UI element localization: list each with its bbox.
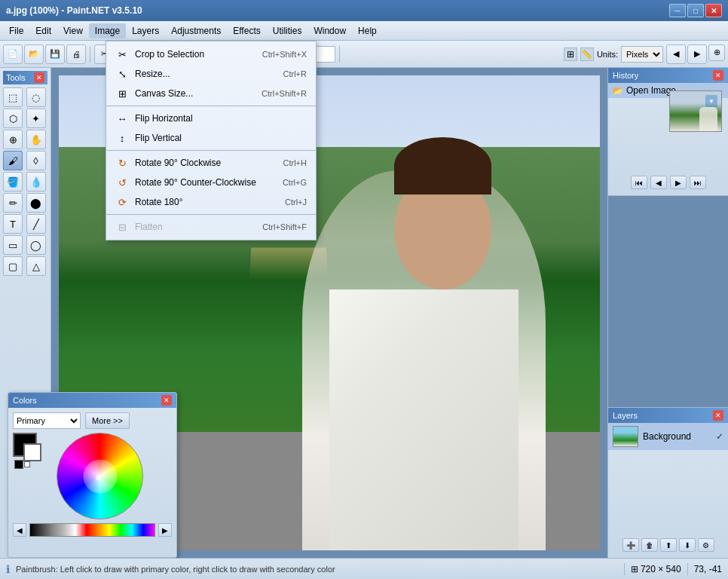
tools-panel-title: Tools ✕: [3, 71, 47, 84]
crop-icon: ✂: [115, 47, 129, 61]
status-dimensions: 720 × 540: [641, 564, 681, 574]
tool-line[interactable]: ╱: [26, 214, 46, 234]
units-select[interactable]: Pixels: [621, 46, 663, 63]
palette-next-btn[interactable]: ▶: [158, 523, 172, 537]
color-wheel-cursor: [96, 476, 100, 480]
palette-prev-btn[interactable]: ◀: [13, 523, 26, 537]
history-thumbnail: ▼: [669, 90, 722, 132]
open-button[interactable]: 📂: [24, 44, 44, 64]
panel-spacer: [608, 196, 728, 407]
tool-rectangle[interactable]: ▭: [3, 235, 23, 255]
history-first-btn[interactable]: ⏮: [631, 176, 647, 189]
nav-forward[interactable]: ▶: [687, 44, 707, 64]
tool-pencil[interactable]: ✏: [3, 193, 23, 213]
maximize-button[interactable]: □: [687, 4, 704, 17]
tool-color-picker[interactable]: 💧: [26, 172, 46, 191]
status-bar: ℹ Paintbrush: Left click to draw with pr…: [0, 558, 728, 579]
history-prev-btn[interactable]: ◀: [650, 176, 667, 189]
tools-close-button[interactable]: ✕: [34, 72, 44, 83]
color-wheel[interactable]: [57, 433, 143, 519]
close-button[interactable]: ✕: [705, 4, 722, 17]
layer-item-background[interactable]: Background ✓: [608, 423, 728, 450]
title-buttons: ─ □ ✕: [669, 4, 722, 17]
tool-zoom[interactable]: ⊕: [3, 130, 23, 149]
history-title-bar: History ✕: [608, 68, 728, 83]
tool-ellipse[interactable]: ◯: [26, 235, 46, 255]
menu-resize[interactable]: ⤡ Resize... Ctrl+R: [106, 64, 316, 84]
tool-clone-stamp[interactable]: ⬤: [26, 193, 46, 213]
minimize-button[interactable]: ─: [669, 4, 686, 17]
new-button[interactable]: 📄: [3, 44, 23, 64]
menu-flip-horizontal[interactable]: ↔ Flip Horizontal: [106, 109, 316, 128]
print-button[interactable]: 🖨: [66, 44, 86, 64]
status-dimensions-group: ⊞ 720 × 540: [631, 564, 681, 574]
layer-name: Background: [643, 431, 711, 442]
dimensions-icon: ⊞: [631, 564, 638, 574]
tool-triangle[interactable]: △: [26, 256, 46, 276]
history-open-icon: 📂: [613, 86, 623, 96]
menu-help[interactable]: Help: [352, 23, 383, 38]
menu-sep-2: [106, 150, 316, 151]
menu-adjustments[interactable]: Adjustments: [165, 23, 227, 38]
tool-ellipse-select[interactable]: ◌: [26, 87, 46, 107]
menu-window[interactable]: Window: [307, 23, 352, 38]
colors-close-button[interactable]: ✕: [161, 395, 172, 406]
color-palette[interactable]: [29, 523, 155, 537]
menu-sep-3: [106, 214, 316, 215]
primary-color-swatch[interactable]: [13, 433, 37, 457]
menu-view[interactable]: View: [57, 23, 89, 38]
nav-dropdown[interactable]: ⊕: [708, 44, 725, 61]
colors-palette-row: ◀ ▶: [13, 523, 172, 537]
layer-move-up-btn[interactable]: ⬆: [660, 538, 677, 552]
layer-move-down-btn[interactable]: ⬇: [679, 538, 696, 552]
colors-title-bar: Colors ✕: [8, 393, 176, 408]
units-label: Units:: [597, 50, 618, 59]
layer-visibility-check[interactable]: ✓: [716, 431, 723, 442]
history-next-btn[interactable]: ▶: [670, 176, 687, 189]
more-colors-button[interactable]: More >>: [85, 412, 130, 429]
menu-image[interactable]: Image: [89, 23, 126, 38]
menu-edit[interactable]: Edit: [29, 23, 57, 38]
layer-add-btn[interactable]: ➕: [622, 538, 639, 552]
reset-primary-btn[interactable]: [14, 460, 23, 469]
menu-flip-vertical[interactable]: ↕ Flip Vertical: [106, 128, 316, 148]
color-type-select[interactable]: Primary Secondary: [13, 412, 81, 429]
layer-properties-btn[interactable]: ⚙: [698, 538, 714, 552]
flip-v-icon: ↕: [115, 131, 129, 145]
colors-main-row: [13, 433, 172, 519]
colors-panel: Colors ✕ Primary Secondary More >>: [8, 392, 177, 558]
title-text: a.jpg (100%) - Paint.NET v3.5.10: [6, 5, 142, 16]
hair: [394, 137, 491, 195]
secondary-color-swatch[interactable]: [23, 443, 41, 461]
menu-rotate-90cw[interactable]: ↻ Rotate 90° Clockwise Ctrl+H: [106, 153, 316, 173]
history-last-btn[interactable]: ⏭: [690, 176, 706, 189]
menu-crop-to-selection[interactable]: ✂ Crop to Selection Ctrl+Shift+X: [106, 44, 316, 64]
menu-utilities[interactable]: Utilities: [267, 23, 308, 38]
status-coordinates: 73, -41: [694, 564, 722, 574]
tool-lasso[interactable]: ⬡: [3, 109, 23, 128]
tool-rounded-rect[interactable]: ▢: [3, 256, 23, 276]
tool-eraser[interactable]: ◊: [26, 151, 46, 170]
tool-text[interactable]: T: [3, 214, 23, 234]
status-separator-2: [687, 563, 688, 575]
menu-layers[interactable]: Layers: [126, 23, 165, 38]
menu-rotate-90ccw[interactable]: ↺ Rotate 90° Counter-Clockwise Ctrl+G: [106, 173, 316, 192]
menu-rotate-180[interactable]: ⟳ Rotate 180° Ctrl+J: [106, 192, 316, 212]
layers-close-button[interactable]: ✕: [713, 410, 723, 421]
nav-back[interactable]: ◀: [666, 44, 686, 64]
tool-rect-select[interactable]: ⬚: [3, 87, 23, 107]
tool-magic-wand[interactable]: ✦: [26, 109, 46, 128]
menu-effects[interactable]: Effects: [227, 23, 266, 38]
swap-colors-btn[interactable]: [24, 461, 30, 467]
tool-pan[interactable]: ✋: [26, 130, 46, 149]
tool-fill[interactable]: 🪣: [3, 172, 23, 191]
layer-thumbnail: [613, 426, 638, 447]
rotate-ccw-icon: ↺: [115, 176, 129, 189]
save-button[interactable]: 💾: [45, 44, 65, 64]
tool-paintbrush[interactable]: 🖌: [3, 151, 23, 170]
layer-delete-btn[interactable]: 🗑: [641, 538, 658, 552]
flip-h-icon: ↔: [115, 112, 129, 125]
menu-file[interactable]: File: [3, 23, 29, 38]
history-close-button[interactable]: ✕: [713, 70, 723, 81]
menu-canvas-size[interactable]: ⊞ Canvas Size... Ctrl+Shift+R: [106, 84, 316, 103]
